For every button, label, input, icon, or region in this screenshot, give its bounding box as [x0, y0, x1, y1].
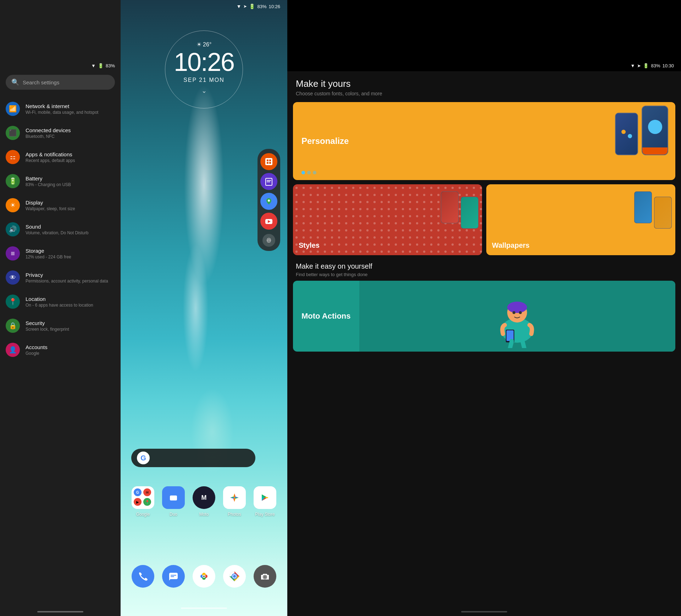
- moto-styles-card[interactable]: Styles: [293, 184, 482, 255]
- google-sub-icon-1: G: [134, 488, 142, 496]
- styles-phones: [441, 191, 478, 229]
- settings-item-connected[interactable]: ⬛ Connected devices Bluetooth, NFC: [0, 121, 121, 145]
- assistant-icon-svg: [197, 569, 211, 583]
- camera-icon-svg: [260, 571, 270, 582]
- phone-screen-right: [642, 106, 668, 147]
- location-subtitle: On - 6 apps have access to location: [26, 303, 93, 308]
- dock-assistant-icon[interactable]: [193, 565, 215, 588]
- dock-camera-icon[interactable]: [254, 565, 276, 588]
- apps-text: Apps & notifications Recent apps, defaul…: [26, 151, 75, 163]
- search-placeholder: Search settings: [23, 79, 59, 85]
- google-sub-icon-2: ✉: [143, 488, 151, 496]
- display-title: Display: [26, 200, 75, 206]
- dot-orange: [621, 130, 626, 134]
- settings-item-battery[interactable]: 🔋 Battery 83% - Charging on USB: [0, 169, 121, 193]
- svg-rect-7: [267, 181, 270, 182]
- settings-item-storage[interactable]: ≡ Storage 12% used - 224 GB free: [0, 241, 121, 265]
- connected-icon: ⬛: [6, 126, 20, 140]
- dock-messages-icon[interactable]: [162, 565, 185, 588]
- settings-item-apps[interactable]: ⚏ Apps & notifications Recent apps, defa…: [0, 145, 121, 169]
- dock-phone-icon[interactable]: [132, 565, 154, 588]
- connected-subtitle: Bluetooth, NFC: [26, 134, 71, 139]
- style-phone-2: [461, 197, 478, 229]
- dock-icon-maps[interactable]: [260, 193, 277, 210]
- svg-rect-2: [269, 159, 271, 161]
- settings-item-location[interactable]: 📍 Location On - 6 apps have access to lo…: [0, 290, 121, 314]
- search-icon: 🔍: [11, 78, 19, 86]
- moto-battery-percent: 83%: [651, 63, 660, 68]
- home-wifi-icon: ▼: [237, 4, 242, 9]
- home-app-google[interactable]: G ✉ ▶ 📍 Google: [132, 486, 154, 517]
- network-text: Network & internet Wi-Fi, mobile, data u…: [26, 103, 98, 115]
- home-battery-icon: 🔋: [249, 4, 255, 9]
- svg-point-39: [507, 302, 527, 313]
- bg-left-top: [0, 0, 121, 60]
- connected-text: Connected devices Bluetooth, NFC: [26, 127, 71, 139]
- moto-icon: M: [193, 486, 215, 509]
- playstore-icon-svg: [258, 491, 272, 505]
- wallpapers-phones: [634, 191, 672, 229]
- moto-icon-svg: M: [197, 491, 211, 505]
- accounts-title: Accounts: [26, 344, 48, 350]
- moto-page-subtitle: Choose custom fonts, colors, and more: [296, 91, 672, 96]
- home-app-duo[interactable]: Duo: [162, 486, 185, 517]
- dock-chrome-icon[interactable]: [223, 565, 246, 588]
- clock-ring: [165, 30, 243, 108]
- network-subtitle: Wi-Fi, mobile, data usage, and hotspot: [26, 110, 98, 115]
- moto-actions-illustration: [359, 281, 676, 352]
- moto-nav-bar: [461, 611, 507, 612]
- phone-screen-left: [616, 113, 637, 155]
- storage-text: Storage 12% used - 224 GB free: [26, 248, 71, 259]
- location-title: Location: [26, 296, 93, 302]
- moto-wifi-icon: ▼: [631, 63, 635, 68]
- home-arrow-icon: ➤: [243, 4, 247, 9]
- dock-icon-youtube[interactable]: [260, 213, 277, 230]
- settings-item-display[interactable]: ☀ Display Wallpaper, sleep, font size: [0, 193, 121, 217]
- styles-label: Styles: [299, 241, 320, 249]
- settings-item-accounts[interactable]: 👤 Accounts Google: [0, 338, 121, 362]
- wallpapers-label: Wallpapers: [492, 241, 530, 249]
- wallpaper-phone-1: [634, 191, 652, 223]
- privacy-title: Privacy: [26, 272, 108, 278]
- svg-rect-3: [267, 162, 268, 164]
- sound-text: Sound Volume, vibration, Do Not Disturb: [26, 224, 88, 235]
- moto-wallpapers-card[interactable]: Wallpapers: [486, 184, 675, 255]
- duo-label: Duo: [170, 512, 177, 517]
- accounts-icon: 👤: [6, 343, 20, 357]
- settings-statusbar: ▼ 🔋 83%: [0, 60, 121, 71]
- security-icon: 🔒: [6, 319, 20, 333]
- home-bottom-dock: [121, 565, 287, 588]
- privacy-subtitle: Permissions, account activity, personal …: [26, 279, 108, 284]
- moto-actions-card[interactable]: Moto Actions: [293, 281, 675, 352]
- moto-label: Moto: [199, 512, 209, 517]
- photos-label: Photos: [228, 512, 241, 517]
- settings-item-sound[interactable]: 🔊 Sound Volume, vibration, Do Not Distur…: [0, 217, 121, 241]
- display-text: Display Wallpaper, sleep, font size: [26, 200, 75, 211]
- dock-icon-roblox[interactable]: [260, 153, 277, 170]
- battery-icon-status: 🔋: [98, 63, 104, 68]
- settings-item-security[interactable]: 🔒 Security Screen lock, fingerprint: [0, 314, 121, 338]
- dock-icon-book[interactable]: [260, 173, 277, 190]
- connected-title: Connected devices: [26, 127, 71, 133]
- svg-rect-13: [170, 495, 177, 500]
- settings-item-network[interactable]: 📶 Network & internet Wi-Fi, mobile, data…: [0, 97, 121, 121]
- style-phone-screen-1: [441, 192, 458, 223]
- display-icon: ☀: [6, 198, 20, 212]
- home-app-moto[interactable]: M Moto: [193, 486, 215, 517]
- settings-search-bar[interactable]: 🔍 Search settings: [6, 75, 115, 90]
- svg-rect-0: [265, 158, 272, 165]
- dot-blue: [628, 134, 632, 138]
- home-app-photos[interactable]: Photos: [223, 486, 246, 517]
- playstore-icon: [254, 486, 276, 509]
- styles-label-wrapper: Styles: [299, 241, 320, 250]
- battery-text: Battery 83% - Charging on USB: [26, 175, 71, 187]
- wallpapers-label-wrapper: Wallpapers: [492, 241, 530, 250]
- settings-item-privacy[interactable]: 👁 Privacy Permissions, account activity,…: [0, 265, 121, 290]
- moto-actions-text: Moto Actions: [293, 303, 359, 329]
- home-search-bar[interactable]: G: [131, 449, 255, 467]
- home-app-playstore[interactable]: Play Store: [254, 486, 276, 517]
- dock-settings-icon[interactable]: [262, 234, 275, 247]
- phone-bar: [642, 147, 668, 155]
- moto-personalize-card[interactable]: Personalize: [293, 102, 675, 180]
- privacy-text: Privacy Permissions, account activity, p…: [26, 272, 108, 284]
